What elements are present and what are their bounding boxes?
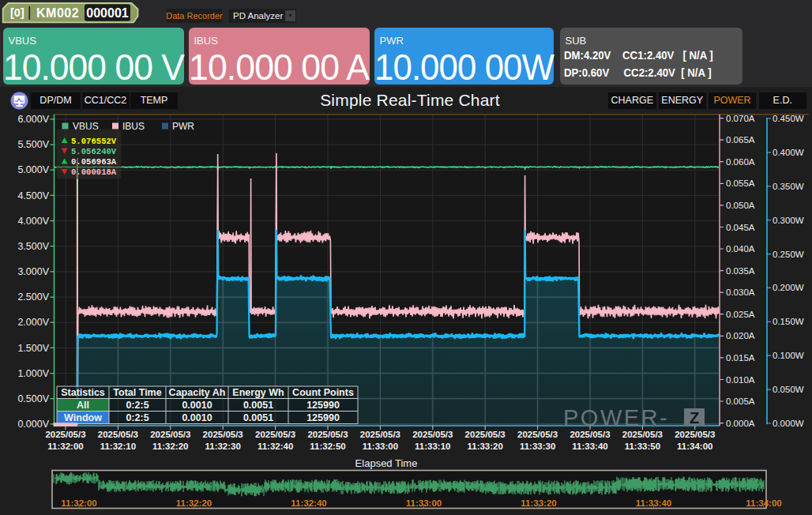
svg-text:0.045A: 0.045A <box>726 223 755 232</box>
svg-text:11:32:40: 11:32:40 <box>291 498 326 508</box>
svg-text:0.000W: 0.000W <box>773 419 804 428</box>
svg-text:4.000V: 4.000V <box>17 216 49 227</box>
svg-text:Statistics: Statistics <box>61 387 105 398</box>
svg-text:11:34:00: 11:34:00 <box>677 442 712 451</box>
svg-text:0.350W: 0.350W <box>773 182 804 191</box>
svg-text:4.500V: 4.500V <box>17 190 49 201</box>
svg-text:0.065A: 0.065A <box>726 135 755 145</box>
svg-text:Window: Window <box>64 412 102 423</box>
svg-text:0.035A: 0.035A <box>726 266 755 276</box>
svg-text:11:32:20: 11:32:20 <box>152 442 188 451</box>
svg-text:0.050A: 0.050A <box>726 201 755 210</box>
svg-text:0.100W: 0.100W <box>773 351 804 360</box>
svg-text:Energy Wh: Energy Wh <box>232 387 284 398</box>
svg-text:2.500V: 2.500V <box>17 291 49 303</box>
svg-text:5.076552V: 5.076552V <box>71 137 117 146</box>
svg-text:0.025A: 0.025A <box>726 310 755 319</box>
svg-text:11:32:40: 11:32:40 <box>258 442 293 451</box>
svg-text:2025/05/3: 2025/05/3 <box>150 430 190 439</box>
svg-text:11:33:20: 11:33:20 <box>467 442 502 451</box>
svg-text:2025/05/3: 2025/05/3 <box>622 430 663 439</box>
svg-text:11:32:00: 11:32:00 <box>61 498 96 508</box>
svg-text:5.500V: 5.500V <box>17 139 49 150</box>
svg-text:0.060A: 0.060A <box>726 157 755 167</box>
svg-text:5.056240V: 5.056240V <box>71 147 117 156</box>
svg-text:1.000V: 1.000V <box>17 368 49 379</box>
svg-text:2025/05/3: 2025/05/3 <box>307 430 348 439</box>
svg-text:0.450W: 0.450W <box>773 114 804 123</box>
svg-text:2025/05/3: 2025/05/3 <box>675 430 715 439</box>
svg-text:11:32:00: 11:32:00 <box>47 442 83 451</box>
svg-text:0.005A: 0.005A <box>726 397 755 406</box>
svg-text:0.040A: 0.040A <box>726 244 755 254</box>
svg-text:11:33:00: 11:33:00 <box>406 498 442 508</box>
svg-text:0:2:5: 0:2:5 <box>126 412 148 423</box>
svg-text:11:33:20: 11:33:20 <box>521 498 556 508</box>
svg-text:0.055A: 0.055A <box>726 179 755 188</box>
svg-text:Count Points: Count Points <box>292 387 354 398</box>
svg-text:Elapsed Time: Elapsed Time <box>355 457 418 469</box>
svg-text:0.050W: 0.050W <box>773 385 804 394</box>
svg-text:11:32:30: 11:32:30 <box>205 442 240 451</box>
svg-text:125990: 125990 <box>306 412 340 423</box>
svg-text:0.400W: 0.400W <box>773 148 804 157</box>
svg-text:0.0051: 0.0051 <box>243 400 273 411</box>
svg-text:11:33:00: 11:33:00 <box>363 442 398 451</box>
svg-text:0.000018A: 0.000018A <box>71 167 117 177</box>
svg-text:0.000A: 0.000A <box>726 419 755 428</box>
svg-text:11:33:50: 11:33:50 <box>625 442 660 451</box>
svg-text:2025/05/3: 2025/05/3 <box>98 430 138 439</box>
svg-text:2025/05/3: 2025/05/3 <box>255 430 295 439</box>
svg-text:0.0051: 0.0051 <box>243 412 273 423</box>
svg-text:2025/05/3: 2025/05/3 <box>360 430 400 439</box>
svg-text:2.000V: 2.000V <box>17 317 49 328</box>
svg-text:2025/05/3: 2025/05/3 <box>570 430 610 439</box>
svg-text:0.300W: 0.300W <box>773 216 804 225</box>
svg-text:0.000V: 0.000V <box>17 419 49 430</box>
svg-text:11:33:40: 11:33:40 <box>636 498 671 508</box>
svg-text:0.015A: 0.015A <box>726 353 755 363</box>
svg-text:11:33:10: 11:33:10 <box>415 442 450 451</box>
svg-text:11:32:20: 11:32:20 <box>176 498 212 508</box>
svg-text:3.500V: 3.500V <box>17 241 49 252</box>
svg-text:125990: 125990 <box>306 400 340 411</box>
svg-text:2025/05/3: 2025/05/3 <box>412 430 453 439</box>
svg-text:POWER-: POWER- <box>563 405 669 430</box>
svg-text:0.0010: 0.0010 <box>182 400 212 411</box>
svg-text:0.150W: 0.150W <box>773 317 804 326</box>
svg-text:2025/05/3: 2025/05/3 <box>45 430 85 439</box>
svg-text:Z: Z <box>690 409 699 427</box>
svg-text:0:2:5: 0:2:5 <box>126 400 148 411</box>
svg-text:0.020A: 0.020A <box>726 331 755 340</box>
svg-text:0.250W: 0.250W <box>773 250 804 259</box>
svg-text:2025/05/3: 2025/05/3 <box>465 430 506 439</box>
svg-text:1.500V: 1.500V <box>17 343 49 354</box>
svg-text:0.030A: 0.030A <box>726 288 755 297</box>
svg-text:11:32:10: 11:32:10 <box>100 442 136 451</box>
svg-text:6.000V: 6.000V <box>17 114 49 125</box>
svg-text:IBUS: IBUS <box>122 121 145 132</box>
svg-text:Capacity Ah: Capacity Ah <box>169 387 226 398</box>
svg-text:11:32:50: 11:32:50 <box>310 442 345 451</box>
svg-text:0.010A: 0.010A <box>726 375 755 385</box>
svg-text:0.0010: 0.0010 <box>182 412 212 423</box>
svg-text:5.000V: 5.000V <box>17 164 49 175</box>
svg-text:0.070A: 0.070A <box>726 114 755 123</box>
svg-text:PWR: PWR <box>172 121 194 132</box>
svg-text:11:33:30: 11:33:30 <box>520 442 555 451</box>
svg-text:11:34:00: 11:34:00 <box>746 498 781 508</box>
svg-text:All: All <box>77 400 89 411</box>
svg-text:11:33:40: 11:33:40 <box>572 442 607 451</box>
svg-text:0.056963A: 0.056963A <box>71 157 117 167</box>
svg-text:2025/05/3: 2025/05/3 <box>203 430 243 439</box>
svg-text:2025/05/3: 2025/05/3 <box>517 430 558 439</box>
svg-text:Total Time: Total Time <box>113 387 161 398</box>
svg-text:3.000V: 3.000V <box>17 266 49 277</box>
svg-text:0.500V: 0.500V <box>17 393 49 404</box>
svg-text:0.200W: 0.200W <box>773 283 804 292</box>
